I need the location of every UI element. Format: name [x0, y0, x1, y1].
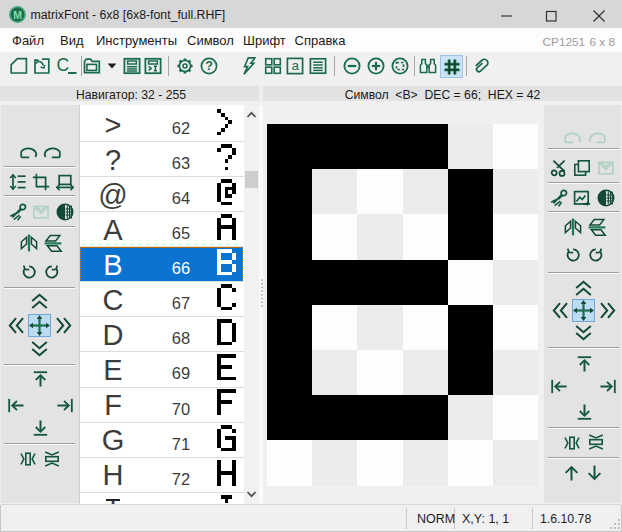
svg-text:M: M [13, 9, 22, 21]
svg-text:a: a [291, 58, 299, 73]
svg-text:?: ? [205, 59, 213, 73]
